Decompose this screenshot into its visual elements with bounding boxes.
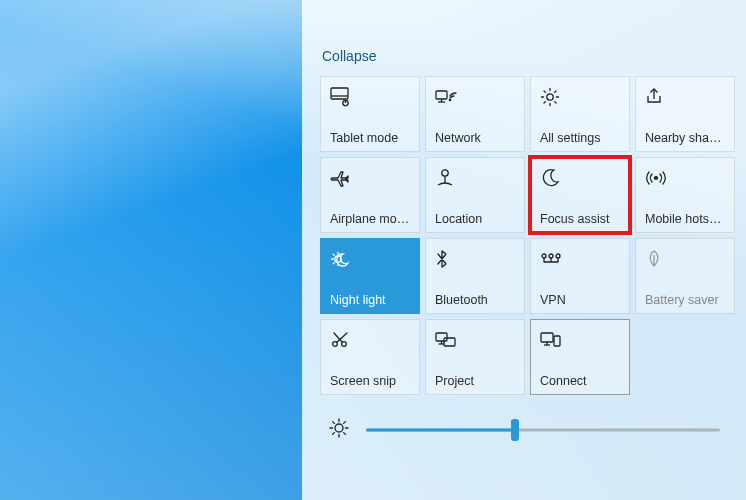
hotspot-icon: [645, 166, 725, 190]
tile-label: Network: [435, 131, 515, 145]
tile-vpn[interactable]: VPN: [530, 238, 630, 314]
bluetooth-icon: [435, 247, 515, 271]
tile-label: Connect: [540, 374, 620, 388]
tile-label: Screen snip: [330, 374, 410, 388]
tile-label: Battery saver: [645, 293, 725, 307]
svg-line-16: [333, 254, 334, 255]
tile-label: Location: [435, 212, 515, 226]
tile-label: Airplane mode: [330, 212, 410, 226]
tile-focus-assist[interactable]: Focus assist: [530, 157, 630, 233]
airplane-icon: [330, 166, 410, 190]
tile-label: VPN: [540, 293, 620, 307]
tile-project[interactable]: Project: [425, 319, 525, 395]
tile-bluetooth[interactable]: Bluetooth: [425, 238, 525, 314]
gear-icon: [540, 85, 620, 109]
action-center-panel: Collapse Tablet mode: [302, 0, 746, 500]
tile-label: Tablet mode: [330, 131, 410, 145]
network-icon: [435, 85, 515, 109]
brightness-icon: [328, 417, 350, 443]
tile-nearby-sharing[interactable]: Nearby sharing: [635, 76, 735, 152]
tile-label: Nearby sharing: [645, 131, 725, 145]
svg-line-17: [333, 263, 334, 264]
tablet-mode-icon: [330, 85, 410, 109]
night-light-icon: [330, 247, 410, 271]
tile-label: Mobile hotspot: [645, 212, 725, 226]
leaf-icon: [645, 247, 725, 271]
svg-rect-25: [444, 338, 455, 346]
snip-icon: [330, 328, 410, 352]
svg-point-33: [335, 424, 343, 432]
slider-fill: [366, 429, 515, 432]
brightness-row: [320, 417, 728, 443]
tile-location[interactable]: Location: [425, 157, 525, 233]
tile-airplane-mode[interactable]: Airplane mode: [320, 157, 420, 233]
quick-action-tiles: Tablet mode Network: [320, 76, 728, 395]
share-icon: [645, 85, 725, 109]
svg-rect-28: [541, 333, 553, 342]
collapse-link[interactable]: Collapse: [320, 48, 376, 64]
svg-line-40: [344, 422, 346, 424]
tile-night-light[interactable]: Night light: [320, 238, 420, 314]
svg-line-39: [344, 433, 346, 435]
vpn-icon: [540, 247, 620, 271]
slider-thumb[interactable]: [511, 419, 519, 441]
tile-connect[interactable]: Connect: [530, 319, 630, 395]
svg-point-9: [442, 170, 448, 176]
tile-label: Focus assist: [540, 212, 620, 226]
tile-label: Project: [435, 374, 515, 388]
tile-screen-snip[interactable]: Screen snip: [320, 319, 420, 395]
tile-label: All settings: [540, 131, 620, 145]
tile-label: Night light: [330, 293, 410, 307]
svg-rect-24: [436, 333, 447, 341]
svg-line-38: [333, 422, 335, 424]
connect-icon: [540, 328, 620, 352]
tile-mobile-hotspot[interactable]: Mobile hotspot: [635, 157, 735, 233]
project-icon: [435, 328, 515, 352]
tile-tablet-mode[interactable]: Tablet mode: [320, 76, 420, 152]
svg-rect-31: [554, 336, 560, 346]
brightness-slider[interactable]: [366, 421, 720, 439]
svg-line-41: [333, 433, 335, 435]
tile-battery-saver[interactable]: Battery saver: [635, 238, 735, 314]
svg-point-11: [655, 177, 658, 180]
svg-point-7: [449, 99, 450, 100]
moon-icon: [540, 166, 620, 190]
svg-point-8: [547, 94, 553, 100]
location-icon: [435, 166, 515, 190]
tile-network[interactable]: Network: [425, 76, 525, 152]
tile-all-settings[interactable]: All settings: [530, 76, 630, 152]
svg-rect-0: [331, 88, 348, 99]
tile-label: Bluetooth: [435, 293, 515, 307]
svg-rect-4: [436, 91, 447, 99]
